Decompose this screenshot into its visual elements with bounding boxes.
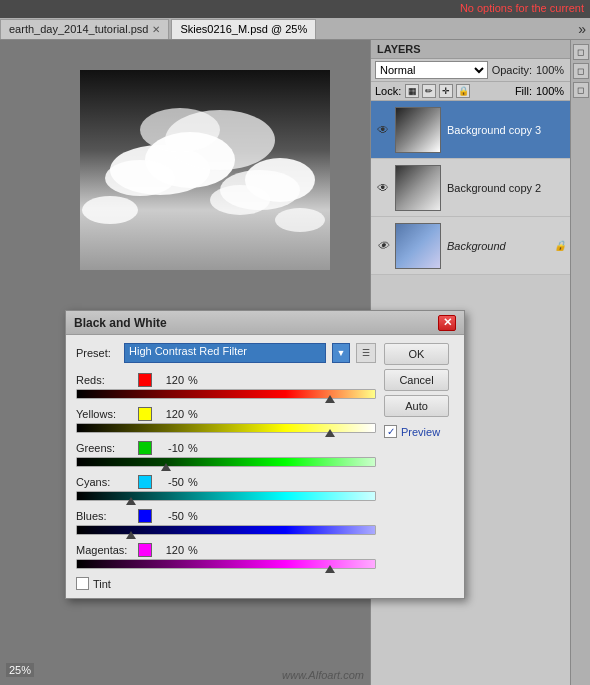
tint-row: Tint [76,577,376,590]
slider-value-3: -50 [156,476,184,488]
svg-point-7 [210,185,270,215]
tab-bar: earth_day_2014_tutorial.psd ✕ Skies0216_… [0,18,590,40]
slider-value-4: -50 [156,510,184,522]
slider-thumb-4[interactable] [126,531,136,539]
tab-label-0: earth_day_2014_tutorial.psd [9,23,148,35]
layer-name-2: Background [447,240,554,252]
slider-label-3: Cyans: [76,476,134,488]
slider-thumb-1[interactable] [325,429,335,437]
slider-label-0: Reds: [76,374,134,386]
slider-value-0: 120 [156,374,184,386]
layer-thumb-0 [395,107,441,153]
slider-thumb-2[interactable] [161,463,171,471]
slider-container-2[interactable] [76,457,376,467]
layer-visibility-icon-2[interactable]: 👁 [375,238,391,254]
slider-thumb-5[interactable] [325,565,335,573]
rt-btn-1[interactable]: ◻ [573,44,589,60]
svg-point-10 [82,196,138,224]
layer-visibility-icon-0[interactable]: 👁 [375,122,391,138]
color-swatch-2 [138,441,152,455]
slider-thumb-0[interactable] [325,395,335,403]
color-swatch-5 [138,543,152,557]
color-swatch-3 [138,475,152,489]
slider-container-5[interactable] [76,559,376,569]
error-text: No options for the current [460,2,584,14]
layer-lock-icon-2: 🔒 [554,240,566,251]
fill-label: Fill: [515,85,532,97]
preset-select[interactable]: High Contrast Red Filter [124,343,326,363]
layer-item-background[interactable]: 👁 Background 🔒 [371,217,570,275]
slider-track-0[interactable] [76,389,376,399]
color-swatch-1 [138,407,152,421]
svg-point-4 [105,160,175,196]
slider-container-0[interactable] [76,389,376,399]
slider-label-2: Greens: [76,442,134,454]
bw-controls: Preset: High Contrast Red Filter ▼ ☰ Red… [76,343,376,590]
cancel-button[interactable]: Cancel [384,369,449,391]
slider-group-4: Blues:-50% [76,509,376,535]
preset-value: High Contrast Red Filter [129,345,247,357]
bw-dialog-close-button[interactable]: ✕ [438,315,456,331]
slider-track-4[interactable] [76,525,376,535]
preset-menu-button[interactable]: ☰ [356,343,376,363]
lock-all-icon[interactable]: 🔒 [456,84,470,98]
blend-mode-select[interactable]: Normal [375,61,488,79]
lock-position-icon[interactable]: ✛ [439,84,453,98]
watermark: www.Alfoart.com [282,669,364,681]
auto-button[interactable]: Auto [384,395,449,417]
slider-pct-1: % [188,408,198,420]
preview-label: Preview [401,426,440,438]
slider-pct-4: % [188,510,198,522]
slider-track-2[interactable] [76,457,376,467]
lock-image-icon[interactable]: ✏ [422,84,436,98]
tint-checkbox[interactable] [76,577,89,590]
slider-group-1: Yellows:120% [76,407,376,433]
slider-group-3: Cyans:-50% [76,475,376,501]
opacity-value: 100% [536,64,566,76]
tab-close-0[interactable]: ✕ [152,24,160,35]
slider-track-5[interactable] [76,559,376,569]
slider-value-1: 120 [156,408,184,420]
layer-visibility-icon-1[interactable]: 👁 [375,180,391,196]
slider-row-3: Cyans:-50% [76,475,376,489]
lock-label: Lock: [375,85,401,97]
slider-pct-3: % [188,476,198,488]
ok-button[interactable]: OK [384,343,449,365]
rt-btn-2[interactable]: ◻ [573,63,589,79]
svg-point-9 [140,108,220,152]
slider-label-1: Yellows: [76,408,134,420]
bw-dialog-title: Black and White [74,316,167,330]
main-area: 25% www.Alfoart.com LAYERS Normal Opacit… [0,40,590,685]
lock-icons: ▦ ✏ ✛ 🔒 [405,84,511,98]
preview-checkbox[interactable]: ✓ [384,425,397,438]
slider-container-4[interactable] [76,525,376,535]
layer-item-bg-copy-3[interactable]: 👁 Background copy 3 [371,101,570,159]
layers-panel-title: LAYERS [371,40,570,59]
layer-name-1: Background copy 2 [447,182,566,194]
bw-dialog: Black and White ✕ Preset: High Contrast … [65,310,465,599]
zoom-label: 25% [6,663,34,677]
bw-buttons: OK Cancel Auto ✓ Preview [384,343,454,590]
slider-group-5: Magentas:120% [76,543,376,569]
slider-thumb-3[interactable] [126,497,136,505]
slider-label-4: Blues: [76,510,134,522]
layer-item-bg-copy-2[interactable]: 👁 Background copy 2 [371,159,570,217]
tab-skies[interactable]: Skies0216_M.psd @ 25% [171,19,316,39]
tab-earth-day[interactable]: earth_day_2014_tutorial.psd ✕ [0,19,169,39]
lock-row: Lock: ▦ ✏ ✛ 🔒 Fill: 100% [371,82,570,101]
tint-label: Tint [93,578,111,590]
slider-row-4: Blues:-50% [76,509,376,523]
slider-track-3[interactable] [76,491,376,501]
rt-btn-3[interactable]: ◻ [573,82,589,98]
panel-collapse-icon[interactable]: » [578,21,586,37]
bw-dialog-body: Preset: High Contrast Red Filter ▼ ☰ Red… [66,335,464,598]
slider-track-1[interactable] [76,423,376,433]
error-bar: No options for the current [0,0,590,18]
slider-container-3[interactable] [76,491,376,501]
right-toolbar: ◻ ◻ ◻ [570,40,590,685]
canvas-image [80,70,330,270]
lock-transparent-icon[interactable]: ▦ [405,84,419,98]
opacity-label: Opacity: [492,64,532,76]
preset-dropdown-arrow[interactable]: ▼ [332,343,350,363]
slider-container-1[interactable] [76,423,376,433]
